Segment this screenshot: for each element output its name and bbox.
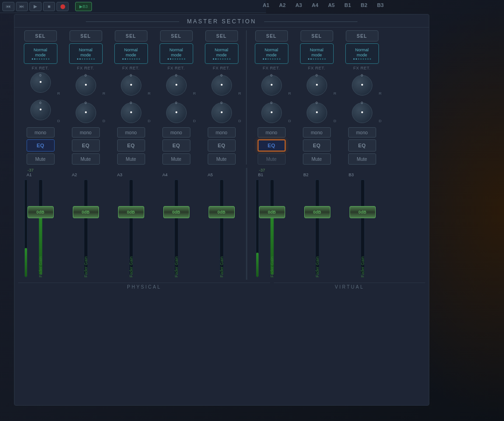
fader-handle-b2[interactable]: 0dB	[304, 206, 330, 218]
knob-r-a2-ctrl[interactable]	[76, 75, 96, 96]
normal-mode-button-a4[interactable]: Normalmode	[160, 43, 193, 64]
normal-mode-button-a2[interactable]: Normalmode	[69, 43, 103, 64]
normal-mode-button-b2[interactable]: Normalmode	[300, 43, 334, 64]
mute-button-a3[interactable]: Mute	[117, 153, 145, 165]
knob-d-a3-ctrl[interactable]	[121, 103, 141, 123]
mode-dot	[353, 58, 355, 60]
normal-mode-button-b3[interactable]: Normalmode	[345, 43, 379, 64]
fader-handle-b3[interactable]: 0dB	[350, 206, 376, 218]
mono-button-a1[interactable]: mono	[27, 127, 55, 138]
mode-dot	[220, 58, 221, 60]
mono-button-b2[interactable]: mono	[303, 127, 331, 138]
knob-r-a4-ctrl[interactable]	[166, 75, 187, 96]
mono-button-a5[interactable]: mono	[208, 127, 236, 138]
bs-button[interactable]: ▶B3	[75, 2, 92, 11]
mono-button-a4[interactable]: mono	[162, 127, 190, 138]
normal-mode-button-a1[interactable]: Normalmode	[24, 43, 57, 64]
mute-button-a4[interactable]: Mute	[162, 153, 190, 165]
tab-b2[interactable]: B2	[357, 0, 371, 8]
mono-button-a2[interactable]: mono	[72, 127, 100, 138]
tab-a2[interactable]: A2	[275, 0, 289, 8]
fader-rail-b2	[315, 179, 319, 275]
tab-a3[interactable]: A3	[292, 0, 306, 8]
mode-dot	[263, 58, 264, 60]
knob-d-b2-ctrl[interactable]	[307, 103, 327, 123]
record-button[interactable]: ⬤	[56, 2, 69, 11]
fader-group-divider	[246, 168, 247, 280]
mute-button-b3[interactable]: Mute	[348, 153, 376, 165]
stop-button[interactable]: ■	[43, 2, 55, 11]
knob-d-b3-ctrl[interactable]	[352, 103, 372, 123]
fader-handle-a5[interactable]: 0dB	[209, 206, 235, 218]
channels-grid: SEL Normalmode FX RET.	[14, 28, 429, 165]
eq-button-a4[interactable]: EQ	[162, 139, 190, 152]
eq-button-b2[interactable]: EQ	[303, 139, 331, 152]
normal-mode-button-a3[interactable]: Normalmode	[114, 43, 148, 64]
fader-rail-a5	[219, 179, 224, 275]
mute-button-b1[interactable]: Mute	[258, 153, 286, 165]
sel-button-b2[interactable]: SEL	[301, 30, 333, 41]
eq-button-b3[interactable]: EQ	[348, 139, 376, 152]
eq-button-a3[interactable]: EQ	[117, 139, 145, 152]
fx-ret-label-b3: FX RET.	[353, 66, 371, 70]
knob-r-a5-ctrl[interactable]	[211, 75, 232, 96]
fader-handle-b1[interactable]: 0dB	[259, 206, 285, 218]
fader-handle-a1[interactable]: 0dB	[28, 206, 54, 218]
play-button[interactable]: ▶	[29, 2, 42, 11]
sel-button-a5[interactable]: SEL	[205, 30, 238, 41]
knob-r-a3-ctrl[interactable]	[121, 75, 141, 96]
mono-button-b1[interactable]: mono	[258, 127, 286, 138]
knob-d-b2: 0 D	[296, 100, 338, 125]
rewind-button[interactable]: ⏮	[2, 2, 14, 11]
fader-track-b2: 0dB Fader Gain	[297, 177, 337, 280]
knob-d-b1-ctrl[interactable]	[261, 103, 282, 123]
tab-a5[interactable]: A5	[324, 0, 338, 8]
fader-handle-a2[interactable]: 0dB	[73, 206, 99, 218]
sel-button-a4[interactable]: SEL	[160, 30, 193, 41]
tab-b3[interactable]: B3	[373, 0, 387, 8]
tab-a1[interactable]: A1	[259, 0, 273, 8]
knob-r-b2-ctrl[interactable]	[307, 75, 327, 96]
knob-r-b3: 0 R	[341, 72, 383, 98]
knob-r-b1-ctrl[interactable]	[261, 75, 282, 96]
sel-button-a3[interactable]: SEL	[115, 30, 147, 41]
sel-button-b1[interactable]: SEL	[255, 30, 288, 41]
mute-button-a5[interactable]: Mute	[208, 153, 236, 165]
knob-d-value-a2: 0	[84, 101, 86, 105]
mode-dots-a3	[122, 58, 140, 60]
normal-mode-button-a5[interactable]: Normalmode	[205, 43, 238, 64]
eq-button-a1[interactable]: EQ	[27, 139, 55, 152]
fx-ret-label-a1: FX RET.	[32, 66, 49, 70]
normal-mode-text-a1: Normalmode	[34, 48, 47, 58]
vu-fill-a1	[25, 248, 27, 277]
knob-r-b3-ctrl[interactable]	[352, 75, 372, 96]
sel-button-b3[interactable]: SEL	[346, 30, 378, 41]
knob-d-a5-ctrl[interactable]	[211, 103, 232, 123]
tab-a4[interactable]: A4	[308, 0, 322, 8]
eq-button-a2[interactable]: EQ	[72, 139, 100, 152]
mode-dot	[315, 58, 316, 60]
mute-button-b2[interactable]: Mute	[303, 153, 331, 165]
mute-button-a2[interactable]: Mute	[72, 153, 100, 165]
eq-button-b1[interactable]: EQ	[258, 139, 286, 152]
mute-button-a1[interactable]: Mute	[27, 153, 55, 165]
mode-dot	[32, 58, 33, 60]
sel-button-a2[interactable]: SEL	[70, 30, 102, 41]
normal-mode-button-b1[interactable]: Normalmode	[255, 43, 288, 64]
fader-handle-a4[interactable]: 0dB	[163, 206, 189, 218]
knob-d-a2-ctrl[interactable]	[76, 103, 96, 123]
fastforward-button[interactable]: ⏭	[16, 2, 28, 11]
fader-handle-a3[interactable]: 0dB	[118, 206, 144, 218]
mono-button-b3[interactable]: mono	[348, 127, 376, 138]
mode-dot	[358, 58, 359, 60]
knob-r-a2: 0 R	[65, 72, 107, 98]
knob-d-a4-ctrl[interactable]	[166, 103, 187, 123]
fader-track-a5: 0dB Fader Gain	[202, 177, 241, 280]
sel-button-a1[interactable]: SEL	[24, 30, 57, 41]
mode-dot	[356, 58, 357, 60]
mode-dot	[308, 58, 309, 60]
mono-button-a3[interactable]: mono	[117, 127, 145, 138]
eq-button-a5[interactable]: EQ	[208, 139, 236, 152]
tab-b1[interactable]: B1	[341, 0, 355, 8]
mode-dot	[184, 58, 185, 60]
